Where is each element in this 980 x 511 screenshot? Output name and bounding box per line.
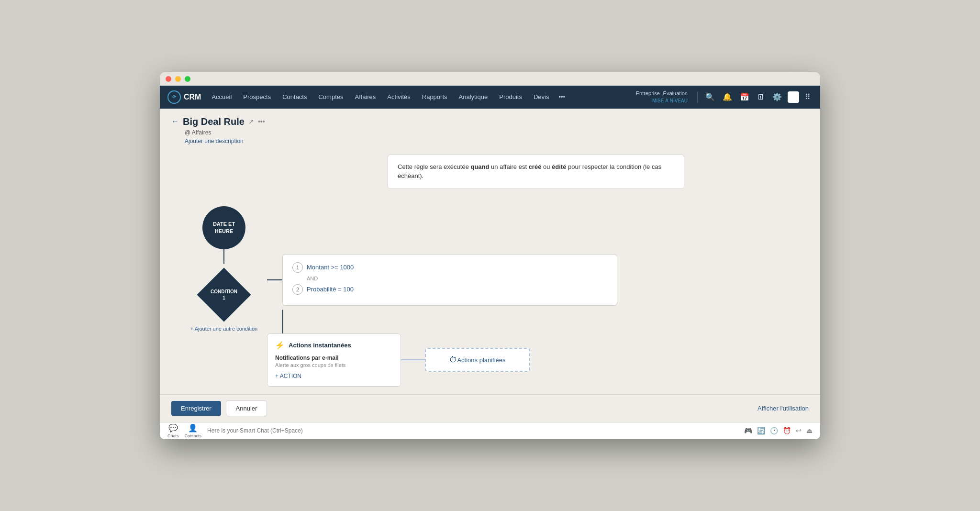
- left-nodes: DATE ETHEURE CONDITION1 + Ajouter une au…: [181, 206, 267, 332]
- more-options-icon[interactable]: •••: [258, 118, 265, 125]
- alarm-icon[interactable]: ⏰: [783, 427, 791, 434]
- upgrade-link[interactable]: MISE À NIVEAU: [652, 98, 688, 103]
- nav-item-affaires[interactable]: Affaires: [350, 90, 381, 103]
- info-or: ou: [541, 163, 552, 170]
- nav-item-comptes[interactable]: Comptes: [313, 90, 348, 103]
- instant-actions-title: ⚡ Actions instantanées: [275, 341, 393, 350]
- condition-and: AND: [307, 276, 607, 281]
- history-icon[interactable]: ↩: [796, 427, 802, 434]
- condition-text-1[interactable]: Montant >= 1000: [307, 264, 354, 271]
- info-box: Cette règle sera exécutée quand un affai…: [388, 154, 684, 189]
- navbar: ⟳ CRM Accueil Prospects Contacts Comptes…: [160, 86, 820, 109]
- enterprise-info: Entreprise- Évaluation MISE À NIVEAU: [636, 90, 688, 104]
- power-icon[interactable]: ⏏: [806, 427, 813, 434]
- search-icon[interactable]: 🔍: [703, 90, 717, 103]
- instant-actions-label: Actions instantanées: [289, 342, 351, 349]
- nav-item-produits[interactable]: Produits: [494, 90, 527, 103]
- clock-icon[interactable]: 🕐: [770, 427, 778, 434]
- crm-logo-text: CRM: [184, 93, 201, 101]
- horiz-connector-actions: [401, 359, 425, 360]
- close-dot[interactable]: [166, 76, 171, 82]
- right-content: 1 Montant >= 1000 AND 2 Probabilité = 10…: [267, 206, 809, 387]
- main-window: ⟳ CRM Accueil Prospects Contacts Comptes…: [160, 72, 820, 439]
- condition-text-2[interactable]: Probabilité = 100: [307, 286, 354, 293]
- add-description-link[interactable]: Ajouter une description: [185, 138, 809, 144]
- page-title: Big Deal Rule: [183, 116, 245, 127]
- nav-item-rapports[interactable]: Rapports: [417, 90, 452, 103]
- chats-icon: 💬: [168, 423, 178, 433]
- maximize-dot[interactable]: [185, 76, 190, 82]
- info-when: quand: [470, 163, 489, 170]
- actions-row: ⚡ Actions instantanées Notifications par…: [267, 333, 809, 387]
- condition-node-wrapper: CONDITION1: [198, 268, 250, 321]
- condition-box: 1 Montant >= 1000 AND 2 Probabilité = 10…: [282, 254, 617, 306]
- chats-label: Chats: [167, 433, 179, 438]
- enterprise-name: Entreprise- Évaluation: [636, 90, 688, 97]
- usage-button[interactable]: Afficher l'utilisation: [757, 405, 809, 412]
- nav-item-contacts[interactable]: Contacts: [278, 90, 312, 103]
- crm-logo-icon: ⟳: [167, 90, 181, 104]
- page-header: ← Big Deal Rule ↗ •••: [171, 116, 809, 127]
- apps-grid-icon[interactable]: ⠿: [803, 90, 813, 103]
- lightning-icon: ⚡: [275, 341, 285, 350]
- back-button[interactable]: ←: [171, 117, 179, 126]
- chats-tab[interactable]: 💬 Chats: [167, 423, 179, 438]
- nav-item-analytique[interactable]: Analytique: [454, 90, 493, 103]
- condition-row-1: 1 Montant >= 1000: [292, 262, 607, 273]
- external-link-icon[interactable]: ↗: [248, 118, 254, 125]
- contacts-label: Contacts: [185, 433, 202, 438]
- contacts-icon: 👤: [188, 423, 198, 433]
- titlebar: [160, 72, 820, 86]
- smartchat-bar: 💬 Chats 👤 Contacts 🎮 🔄 🕐 ⏰ ↩ ⏏: [160, 422, 820, 439]
- planned-actions-label: Actions planifiées: [457, 356, 505, 364]
- info-edited: édité: [552, 163, 566, 170]
- nav-item-activites[interactable]: Activités: [382, 90, 415, 103]
- page-subtitle: @ Affaires: [185, 129, 809, 136]
- date-heure-label: DATE ETHEURE: [213, 221, 235, 234]
- add-action-link[interactable]: + ACTION: [275, 373, 393, 379]
- gamepad-icon[interactable]: 🎮: [744, 427, 752, 434]
- cancel-button[interactable]: Annuler: [226, 400, 267, 416]
- info-created: créé: [529, 163, 542, 170]
- nav-more-button[interactable]: •••: [556, 90, 568, 103]
- info-row: Cette règle sera exécutée quand un affai…: [181, 154, 809, 199]
- planned-actions-box[interactable]: ⏱ Actions planifiées: [425, 348, 530, 372]
- bottom-bar: Enregistrer Annuler Afficher l'utilisati…: [160, 394, 820, 422]
- condition-num-2: 2: [292, 284, 303, 295]
- horiz-connector-condition: [268, 279, 282, 280]
- vert-connector-1: [223, 249, 224, 264]
- nav-item-prospects[interactable]: Prospects: [238, 90, 276, 103]
- calendar-icon[interactable]: 🗓: [755, 91, 767, 103]
- minimize-dot[interactable]: [175, 76, 181, 82]
- workflow-main-row: DATE ETHEURE CONDITION1 + Ajouter une au…: [181, 206, 809, 387]
- save-button[interactable]: Enregistrer: [171, 401, 221, 416]
- nav-right: Entreprise- Évaluation MISE À NIVEAU 🔍 🔔…: [636, 90, 813, 104]
- calendar-plus-icon[interactable]: 📅: [738, 90, 751, 103]
- bell-icon[interactable]: 🔔: [721, 90, 734, 103]
- avatar[interactable]: [788, 91, 799, 103]
- notification-title: Notifications par e-mail: [275, 355, 393, 361]
- refresh-icon[interactable]: 🔄: [757, 427, 765, 434]
- add-condition-link[interactable]: + Ajouter une autre condition: [190, 326, 257, 332]
- nav-item-accueil[interactable]: Accueil: [207, 90, 236, 103]
- nav-logo[interactable]: ⟳ CRM: [167, 90, 201, 104]
- instant-actions-box: ⚡ Actions instantanées Notifications par…: [267, 333, 401, 387]
- nav-divider: [697, 91, 698, 103]
- condition-row-2: 2 Probabilité = 100: [292, 284, 607, 295]
- notification-text: Alerte aux gros coups de filets: [275, 362, 393, 368]
- condition-node[interactable]: CONDITION1: [197, 267, 251, 322]
- workflow-area: Cette règle sera exécutée quand un affai…: [171, 154, 809, 387]
- date-heure-node[interactable]: DATE ETHEURE: [202, 206, 245, 249]
- timer-icon: ⏱: [449, 355, 457, 364]
- condition-row-area: 1 Montant >= 1000 AND 2 Probabilité = 10…: [267, 254, 809, 306]
- smartchat-right-icons: 🎮 🔄 🕐 ⏰ ↩ ⏏: [744, 427, 813, 434]
- settings-icon[interactable]: ⚙️: [770, 90, 784, 103]
- smartchat-input[interactable]: [207, 427, 738, 434]
- vert-connector-2: [282, 310, 283, 333]
- info-text-middle: un affaire est: [489, 163, 528, 170]
- nav-item-devis[interactable]: Devis: [529, 90, 554, 103]
- content-area: ← Big Deal Rule ↗ ••• @ Affaires Ajouter…: [160, 109, 820, 394]
- condition-num-1: 1: [292, 262, 303, 273]
- info-text-before: Cette règle sera exécutée: [398, 163, 470, 170]
- contacts-tab[interactable]: 👤 Contacts: [185, 423, 202, 438]
